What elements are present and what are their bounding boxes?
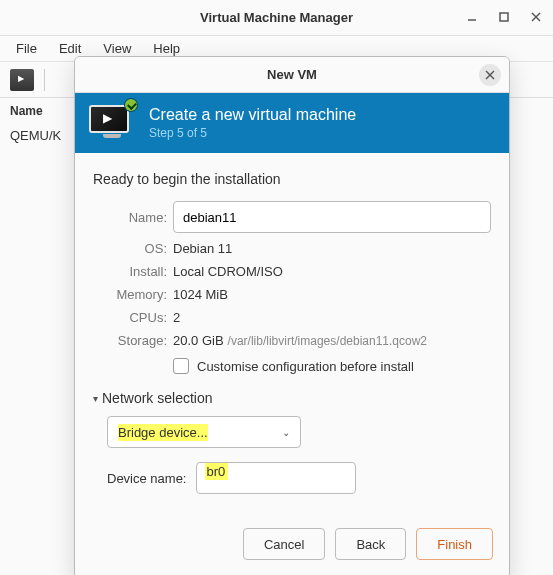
minimize-button[interactable] xyxy=(461,6,483,28)
device-name-row: Device name: br0 xyxy=(107,462,491,494)
ready-text: Ready to begin the installation xyxy=(93,171,491,187)
summary-grid: Name: OS: Debian 11 Install: Local CDROM… xyxy=(93,201,491,348)
dialog-titlebar: New VM xyxy=(75,57,509,93)
new-vm-dialog: New VM Create a new virtual machine Step… xyxy=(74,56,510,575)
storage-value: 20.0 GiB /var/lib/libvirt/images/debian1… xyxy=(173,333,491,348)
network-combo[interactable]: Bridge device... ⌄ xyxy=(107,416,301,448)
customise-checkbox[interactable] xyxy=(173,358,189,374)
customise-label[interactable]: Customise configuration before install xyxy=(197,359,414,374)
storage-size: 20.0 GiB xyxy=(173,333,224,348)
chevron-down-icon: ⌄ xyxy=(282,427,290,438)
toolbar-separator xyxy=(44,69,45,91)
storage-path: /var/lib/libvirt/images/debian11.qcow2 xyxy=(228,334,427,348)
memory-value: 1024 MiB xyxy=(173,287,491,302)
customise-row: Customise configuration before install xyxy=(173,358,491,374)
maximize-icon xyxy=(498,11,510,23)
dialog-title: New VM xyxy=(267,67,317,82)
cpus-value: 2 xyxy=(173,310,491,325)
finish-button[interactable]: Finish xyxy=(416,528,493,560)
device-name-value: br0 xyxy=(205,463,228,480)
cancel-button[interactable]: Cancel xyxy=(243,528,325,560)
minimize-icon xyxy=(466,11,478,23)
banner-subtitle: Step 5 of 5 xyxy=(149,126,356,140)
menu-file[interactable]: File xyxy=(6,38,47,59)
memory-label: Memory: xyxy=(93,287,167,302)
dialog-body: Ready to begin the installation Name: OS… xyxy=(75,153,509,528)
close-button[interactable] xyxy=(525,6,547,28)
maximize-button[interactable] xyxy=(493,6,515,28)
main-titlebar: Virtual Machine Manager xyxy=(0,0,553,36)
device-name-label: Device name: xyxy=(107,471,186,486)
close-icon xyxy=(530,11,542,23)
chevron-down-icon: ▾ xyxy=(93,393,98,404)
dialog-actions: Cancel Back Finish xyxy=(75,528,509,575)
device-name-input[interactable]: br0 xyxy=(196,462,356,494)
svg-rect-1 xyxy=(500,13,508,21)
network-combo-value: Bridge device... xyxy=(118,424,208,441)
new-vm-toolbar-button[interactable] xyxy=(10,69,34,91)
name-label: Name: xyxy=(93,210,167,225)
os-value: Debian 11 xyxy=(173,241,491,256)
main-title: Virtual Machine Manager xyxy=(200,10,353,25)
dialog-close-button[interactable] xyxy=(479,64,501,86)
close-icon xyxy=(485,70,495,80)
install-value: Local CDROM/ISO xyxy=(173,264,491,279)
storage-label: Storage: xyxy=(93,333,167,348)
install-label: Install: xyxy=(93,264,167,279)
network-expander-label: Network selection xyxy=(102,390,213,406)
cpus-label: CPUs: xyxy=(93,310,167,325)
back-button[interactable]: Back xyxy=(335,528,406,560)
os-label: OS: xyxy=(93,241,167,256)
dialog-banner: Create a new virtual machine Step 5 of 5 xyxy=(75,93,509,153)
computer-icon xyxy=(89,105,135,141)
main-window: Virtual Machine Manager File Edit View H… xyxy=(0,0,553,575)
window-controls xyxy=(461,6,547,28)
new-badge-icon xyxy=(125,99,137,111)
name-input[interactable] xyxy=(173,201,491,233)
network-expander[interactable]: ▾ Network selection xyxy=(93,390,491,406)
banner-title: Create a new virtual machine xyxy=(149,106,356,124)
